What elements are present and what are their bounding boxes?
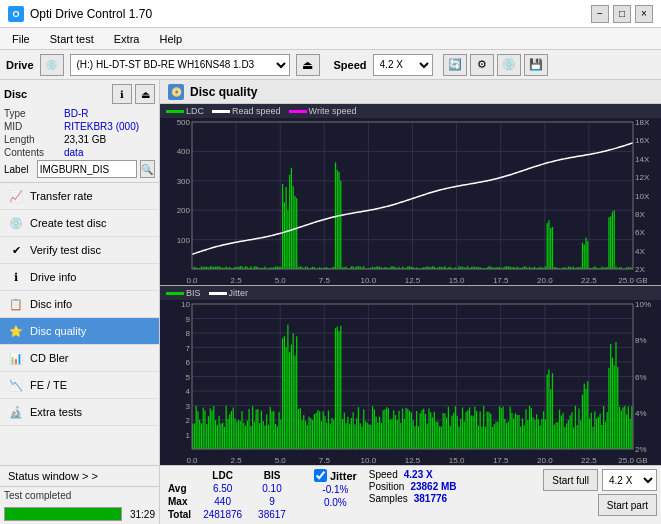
ldc-legend-color: [166, 110, 184, 113]
progress-time: 31:29: [130, 509, 155, 520]
nav-cd-bler[interactable]: 📊 CD Bler: [0, 345, 159, 372]
disc-info-nav-icon: 📋: [8, 296, 24, 312]
nav-transfer-rate-label: Transfer rate: [30, 190, 93, 202]
bottom-chart-canvas: [160, 300, 661, 465]
status-window-label: Status window > >: [8, 470, 98, 482]
nav-extra-tests-label: Extra tests: [30, 406, 82, 418]
nav-create-test-disc-label: Create test disc: [30, 217, 106, 229]
left-panel: Disc ℹ ⏏ Type BD-R MID RITEKBR3 (000) Le…: [0, 80, 160, 524]
read-speed-legend-color: [212, 110, 230, 113]
refresh-icon[interactable]: 🔄: [443, 54, 467, 76]
samples-value: 381776: [414, 493, 447, 504]
nav-items: 📈 Transfer rate 💿 Create test disc ✔ Ver…: [0, 183, 159, 426]
nav-disc-quality[interactable]: ⭐ Disc quality: [0, 318, 159, 345]
type-label: Type: [4, 108, 64, 119]
nav-disc-quality-label: Disc quality: [30, 325, 86, 337]
write-speed-legend-label: Write speed: [309, 106, 357, 116]
disc-title: Disc: [4, 88, 27, 100]
position-row: Position 23862 MB: [369, 481, 457, 492]
disc-mid-row: MID RITEKBR3 (000): [4, 121, 155, 132]
drive-icon: 💿: [40, 54, 64, 76]
drive-label: Drive: [6, 59, 34, 71]
menu-help[interactable]: Help: [155, 32, 186, 46]
progress-row: Test completed: [0, 487, 159, 504]
write-speed-legend-color: [289, 110, 307, 113]
total-row-label: Total: [164, 508, 195, 521]
samples-label: Samples: [369, 493, 408, 504]
start-full-button[interactable]: Start full: [543, 469, 598, 491]
nav-disc-info[interactable]: 📋 Disc info: [0, 291, 159, 318]
menubar: File Start test Extra Help: [0, 28, 661, 50]
mid-value: RITEKBR3 (000): [64, 121, 139, 132]
disc-icon2[interactable]: 💿: [497, 54, 521, 76]
titlebar: O Opti Drive Control 1.70 − □ ×: [0, 0, 661, 28]
cd-bler-icon: 📊: [8, 350, 24, 366]
menu-extra[interactable]: Extra: [110, 32, 144, 46]
start-part-row: Start part: [598, 494, 657, 516]
bis-avg: 0.10: [250, 482, 294, 495]
nav-fe-te[interactable]: 📉 FE / TE: [0, 372, 159, 399]
speed-stat-value: 4.23 X: [404, 469, 433, 480]
length-label: Length: [4, 134, 64, 145]
speed-dropdown-select[interactable]: 4.2 X: [602, 469, 657, 491]
extra-tests-icon: 🔬: [8, 404, 24, 420]
right-buttons: Start full 4.2 X Start part: [543, 469, 657, 516]
max-row-label: Max: [164, 495, 195, 508]
nav-drive-info-label: Drive info: [30, 271, 76, 283]
disc-info-icon[interactable]: ℹ: [112, 84, 132, 104]
bis-legend-item: BIS: [166, 288, 201, 298]
speed-pos-samples: Speed 4.23 X Position 23862 MB Samples 3…: [369, 469, 457, 504]
nav-verify-test-disc[interactable]: ✔ Verify test disc: [0, 237, 159, 264]
disc-eject-icon[interactable]: ⏏: [135, 84, 155, 104]
jitter-avg: -0.1%: [314, 484, 357, 495]
disc-label-icon[interactable]: 🔍: [140, 160, 155, 178]
close-button[interactable]: ×: [635, 5, 653, 23]
maximize-button[interactable]: □: [613, 5, 631, 23]
jitter-legend-label: Jitter: [229, 288, 249, 298]
speed-select[interactable]: 4.2 X: [373, 54, 433, 76]
jitter-checkbox[interactable]: [314, 469, 327, 482]
disc-header: Disc ℹ ⏏: [4, 84, 155, 104]
nav-transfer-rate[interactable]: 📈 Transfer rate: [0, 183, 159, 210]
bis-legend-label: BIS: [186, 288, 201, 298]
menu-start-test[interactable]: Start test: [46, 32, 98, 46]
position-value: 23862 MB: [410, 481, 456, 492]
create-test-disc-icon: 💿: [8, 215, 24, 231]
fe-te-icon: 📉: [8, 377, 24, 393]
menu-file[interactable]: File: [8, 32, 34, 46]
progress-bar-outer: [4, 507, 122, 521]
ldc-legend-item: LDC: [166, 106, 204, 116]
settings-icon[interactable]: ⚙: [470, 54, 494, 76]
disc-label-row: Label 🔍: [4, 160, 155, 178]
mid-label: MID: [4, 121, 64, 132]
drivebar: Drive 💿 (H:) HL-DT-ST BD-RE WH16NS48 1.D…: [0, 50, 661, 80]
read-speed-legend-item: Read speed: [212, 106, 281, 116]
nav-disc-info-label: Disc info: [30, 298, 72, 310]
status-window-button[interactable]: Status window > >: [0, 466, 159, 487]
status-section: Status window > > Test completed 31:29: [0, 465, 159, 524]
nav-extra-tests[interactable]: 🔬 Extra tests: [0, 399, 159, 426]
status-text: Test completed: [4, 490, 71, 501]
nav-drive-info[interactable]: ℹ Drive info: [0, 264, 159, 291]
minimize-button[interactable]: −: [591, 5, 609, 23]
bis-header: BIS: [250, 469, 294, 482]
start-part-button[interactable]: Start part: [598, 494, 657, 516]
eject-button[interactable]: ⏏: [296, 54, 320, 76]
disc-section: Disc ℹ ⏏ Type BD-R MID RITEKBR3 (000) Le…: [0, 80, 159, 183]
stats-controls: LDC BIS Avg 6.50 0.10 Max 440 9 T: [160, 465, 661, 524]
jitter-check-label: Jitter: [330, 470, 357, 482]
disc-label-input[interactable]: [37, 160, 137, 178]
drive-toolbar-icons: 🔄 ⚙ 💿 💾: [443, 54, 548, 76]
ldc-max: 440: [195, 495, 250, 508]
right-panel: 📀 Disc quality LDC Read speed Write spee…: [160, 80, 661, 524]
app-icon: O: [8, 6, 24, 22]
jitter-check-row: Jitter: [314, 469, 357, 482]
drive-select[interactable]: (H:) HL-DT-ST BD-RE WH16NS48 1.D3: [70, 54, 290, 76]
stats-table: LDC BIS Avg 6.50 0.10 Max 440 9 T: [164, 469, 310, 521]
contents-value: data: [64, 147, 83, 158]
nav-create-test-disc[interactable]: 💿 Create test disc: [0, 210, 159, 237]
app-title: Opti Drive Control 1.70: [30, 7, 152, 21]
ldc-total: 2481876: [195, 508, 250, 521]
save-icon[interactable]: 💾: [524, 54, 548, 76]
transfer-rate-icon: 📈: [8, 188, 24, 204]
